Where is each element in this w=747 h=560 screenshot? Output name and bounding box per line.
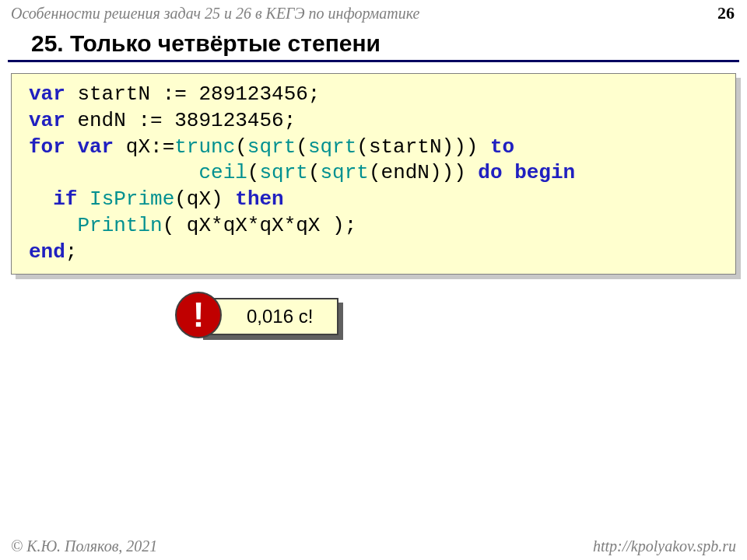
code-token: var xyxy=(29,82,65,106)
code-token: ; xyxy=(65,240,78,264)
code-token: sqrt xyxy=(321,161,369,184)
code-token: do begin xyxy=(478,161,575,184)
code-block: var startN := 289123456; var endN := 389… xyxy=(11,73,736,275)
code-token: end xyxy=(29,240,65,264)
code-token: ( xyxy=(308,161,321,184)
code-token: ( xyxy=(247,161,260,184)
code-token: endN := 389123456; xyxy=(65,109,296,132)
code-token: sqrt xyxy=(247,135,296,159)
code-token: ( qX*qX*qX*qX ); xyxy=(163,214,357,237)
code-token: if xyxy=(53,187,77,211)
code-token: ceil xyxy=(198,161,247,184)
code-token xyxy=(77,187,89,211)
timing-text: 0,016 с! xyxy=(247,306,313,327)
code-token: to xyxy=(490,135,514,159)
exclamation-icon: ! xyxy=(175,292,222,338)
code-token: for var xyxy=(29,135,114,159)
code-token: (endN))) xyxy=(369,161,478,184)
code-token xyxy=(29,187,53,211)
footer: © К.Ю. Поляков, 2021 http://kpolyakov.sp… xyxy=(11,537,736,555)
code-token: var xyxy=(29,109,65,132)
slide-title: 25. Только четвёртые степени xyxy=(8,24,739,62)
timing-badge-container: 0,016 с! ! xyxy=(198,298,362,345)
code-token: (qX) xyxy=(174,187,235,211)
footer-left: © К.Ю. Поляков, 2021 xyxy=(11,537,157,555)
exclamation-mark: ! xyxy=(193,296,205,334)
footer-right: http://kpolyakov.spb.ru xyxy=(593,537,736,555)
code-token: IsPrime xyxy=(89,187,174,211)
code-token: trunc xyxy=(174,135,235,159)
code-token: startN := 289123456; xyxy=(65,82,321,106)
code-token: (startN))) xyxy=(356,135,490,159)
code-token: qX:= xyxy=(114,135,174,159)
page-number: 26 xyxy=(717,3,735,23)
code-token: sqrt xyxy=(308,135,356,159)
code-token: Println xyxy=(77,214,162,237)
code-token xyxy=(29,214,77,237)
code-token: ( xyxy=(235,135,247,159)
header-subtitle: Особенности решения задач 25 и 26 в КЕГЭ… xyxy=(11,5,419,22)
code-token xyxy=(29,161,198,184)
code-token: ( xyxy=(296,135,308,159)
code-block-container: var startN := 289123456; var endN := 389… xyxy=(11,73,736,275)
code-token: then xyxy=(235,187,283,211)
code-token: sqrt xyxy=(259,161,307,184)
